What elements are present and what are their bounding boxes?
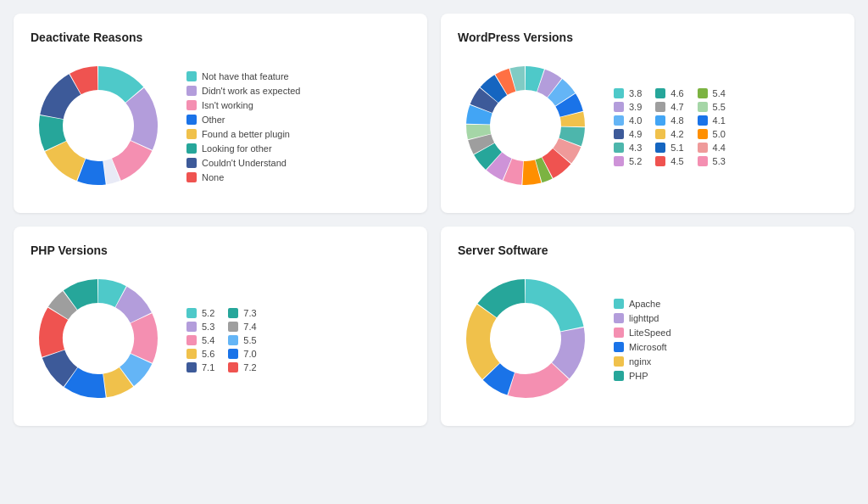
legend-color-box [698,102,708,112]
legend-item: Couldn't Understand [186,158,300,168]
legend-label: nginx [629,356,651,367]
php-chart-area: 5.27.35.37.45.45.55.67.07.17.2 [31,271,410,409]
legend-item: 4.9 [614,129,642,139]
legend-color-box [655,88,665,98]
wordpress-card: WordPress Versions 3.84.65.43.94.75.54.0… [441,14,854,213]
legend-label: 4.6 [670,88,683,98]
legend-color-box [698,88,708,98]
legend-item: 7.4 [228,322,256,332]
legend-item: 4.1 [698,115,726,126]
legend-item: 4.6 [655,88,683,98]
legend-label: 4.7 [670,102,683,112]
legend-item: Apache [614,299,671,309]
php-card: PHP Versions 5.27.35.37.45.45.55.67.07.1… [14,227,427,426]
wordpress-chart-area: 3.84.65.43.94.75.54.04.84.14.94.25.04.35… [458,58,837,196]
legend-color-box [186,71,197,81]
legend-color-box [186,172,197,182]
legend-label: 4.9 [629,129,642,139]
legend-label: 7.1 [202,362,214,372]
legend-color-box [186,143,197,154]
legend-color-box [614,342,624,352]
legend-item: 7.1 [186,362,214,372]
legend-color-box [228,349,238,359]
legend-color-box [186,349,197,359]
legend-color-box [228,335,238,345]
legend-color-box [186,100,197,110]
legend-color-box [655,156,665,166]
legend-item: None [186,172,300,182]
server-legend: ApachelighttpdLiteSpeedMicrosoftnginxPHP [614,299,671,381]
legend-color-box [614,115,624,126]
legend-item: 5.3 [698,156,726,166]
deactivate-chart-area: Not have that featureDidn't work as expe… [31,58,410,196]
legend-item: 4.2 [655,129,683,139]
legend-color-box [614,102,624,112]
legend-color-box [614,313,624,323]
legend-label: Didn't work as expected [202,86,300,96]
legend-label: None [202,172,224,182]
legend-item: 5.4 [186,335,214,345]
legend-label: Isn't working [202,100,253,110]
legend-label: 5.2 [202,308,214,318]
legend-color-box [655,102,665,112]
legend-item: 5.2 [614,156,642,166]
legend-color-box [186,115,197,125]
legend-color-box [614,156,624,166]
php-title: PHP Versions [31,244,410,257]
legend-item: 4.8 [655,115,683,126]
php-legend: 5.27.35.37.45.45.55.67.07.17.2 [186,308,257,372]
legend-color-box [614,356,624,367]
legend-label: 5.4 [202,335,214,345]
legend-label: Other [202,115,225,125]
legend-color-box [228,322,238,332]
legend-color-box [186,322,197,332]
legend-label: 7.4 [243,322,256,332]
server-donut [458,271,593,409]
legend-item: Other [186,115,300,125]
legend-color-box [186,308,197,318]
legend-label: 5.0 [713,129,726,139]
legend-item: LiteSpeed [614,328,671,338]
legend-label: Found a better plugin [202,129,290,139]
legend-color-box [614,328,624,338]
legend-item: 5.0 [698,129,726,139]
legend-color-box [186,158,197,168]
legend-item: 4.5 [655,156,683,166]
legend-label: 5.2 [629,156,642,166]
legend-label: 7.2 [243,362,256,372]
wordpress-title: WordPress Versions [458,31,837,44]
legend-label: 5.5 [713,102,726,112]
legend-item: 5.4 [698,88,726,98]
wordpress-legend: 3.84.65.43.94.75.54.04.84.14.94.25.04.35… [614,88,726,166]
legend-color-box [614,88,624,98]
legend-label: 4.2 [670,129,683,139]
legend-label: 3.9 [629,102,642,112]
legend-label: Not have that feature [202,71,289,81]
legend-color-box [614,299,624,309]
legend-color-box [186,335,197,345]
legend-item: 7.3 [228,308,256,318]
dashboard-grid: Deactivate Reasons Not have that feature… [14,14,854,426]
legend-item: Didn't work as expected [186,86,300,96]
legend-item: 5.5 [698,102,726,112]
legend-label: Microsoft [629,342,667,352]
legend-label: 3.8 [629,88,642,98]
legend-label: 4.3 [629,143,642,153]
legend-item: 7.0 [228,349,256,359]
deactivate-title: Deactivate Reasons [31,31,410,44]
legend-color-box [655,115,665,126]
legend-item: 4.7 [655,102,683,112]
legend-label: 7.0 [243,349,256,359]
legend-item: 4.0 [614,115,642,126]
legend-label: lighttpd [629,313,659,323]
legend-color-box [655,143,665,153]
legend-item: 5.5 [228,335,256,345]
legend-label: 4.8 [670,115,683,126]
legend-color-box [614,143,624,153]
deactivate-legend: Not have that featureDidn't work as expe… [186,71,300,182]
legend-item: Microsoft [614,342,671,352]
server-title: Server Software [458,244,837,257]
legend-color-box [186,129,197,139]
server-chart-area: ApachelighttpdLiteSpeedMicrosoftnginxPHP [458,271,837,409]
legend-item: 5.6 [186,349,214,359]
